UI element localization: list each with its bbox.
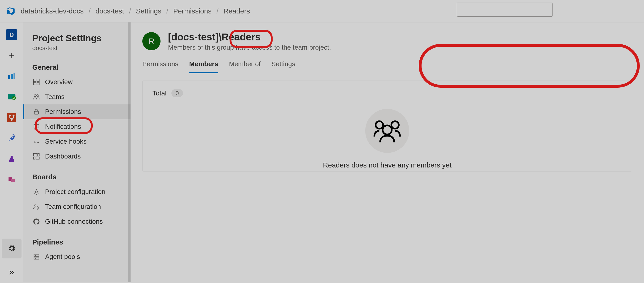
sidebar-item-label: Permissions: [45, 108, 81, 115]
rail-project-settings[interactable]: [2, 239, 22, 259]
rail-boards[interactable]: [3, 89, 20, 105]
breadcrumb-permissions[interactable]: Permissions: [172, 6, 212, 16]
rail-repos[interactable]: [3, 109, 20, 126]
top-bar: databricks-dev-docs / docs-test / Settin…: [0, 0, 644, 22]
sidebar-item-service-hooks[interactable]: Service hooks: [23, 134, 130, 149]
svg-point-8: [11, 119, 12, 121]
svg-rect-12: [34, 79, 36, 82]
group-title-prefix: [docs-test]\: [168, 31, 222, 42]
rail-add-button[interactable]: ＋: [3, 47, 20, 64]
svg-point-25: [37, 207, 38, 209]
group-empty-icon: [372, 118, 402, 143]
gear-small-icon: [33, 188, 40, 196]
svg-point-24: [34, 205, 36, 206]
team-gear-icon: [33, 203, 40, 211]
tab-settings[interactable]: Settings: [272, 58, 295, 73]
hook-icon: [33, 138, 40, 145]
svg-rect-0: [8, 75, 10, 79]
breadcrumb: databricks-dev-docs / docs-test / Settin…: [20, 6, 251, 16]
people-icon: [33, 93, 40, 101]
svg-rect-22: [36, 157, 39, 159]
svg-rect-20: [38, 154, 39, 156]
svg-point-6: [9, 115, 11, 116]
svg-rect-15: [37, 82, 40, 85]
svg-point-16: [34, 94, 36, 97]
project-initial-icon: D: [6, 29, 17, 40]
sidebar-item-permissions[interactable]: Permissions: [23, 104, 130, 119]
group-avatar: R: [142, 32, 160, 50]
sidebar-item-label: Dashboards: [45, 153, 81, 160]
sidebar-item-label: Project configuration: [45, 188, 106, 196]
breadcrumb-org[interactable]: databricks-dev-docs: [20, 6, 84, 16]
sidebar-item-label: Team configuration: [45, 203, 101, 211]
svg-rect-18: [34, 111, 38, 114]
dashboard-icon: [33, 153, 40, 160]
rail-project-tile[interactable]: D: [3, 26, 20, 43]
svg-point-17: [37, 94, 39, 97]
sidebar-item-teams[interactable]: Teams: [23, 89, 130, 104]
repos-icon: [7, 113, 16, 122]
sidebar-item-dashboards[interactable]: Dashboards: [23, 149, 130, 164]
sidebar-title: Project Settings: [23, 33, 130, 43]
tab-members[interactable]: Members: [189, 58, 218, 73]
breadcrumb-project[interactable]: docs-test: [94, 6, 125, 16]
breadcrumb-separator: /: [129, 7, 131, 15]
members-panel: Total 0 Readers does not have any member…: [142, 80, 632, 172]
breadcrumb-separator: /: [166, 7, 168, 15]
overview-icon: [7, 72, 16, 81]
azure-devops-logo-icon[interactable]: [6, 6, 16, 16]
boards-icon: [7, 92, 16, 101]
sidebar-item-team-config[interactable]: Team configuration: [23, 199, 130, 214]
svg-rect-1: [11, 74, 13, 79]
svg-point-30: [376, 121, 383, 129]
svg-point-29: [35, 258, 36, 259]
sidebar-section-general: General: [23, 60, 130, 75]
sidebar-section-boards: Boards: [23, 170, 130, 184]
svg-point-31: [392, 121, 399, 129]
rail-expand-toggle[interactable]: [2, 263, 22, 282]
github-icon: [33, 218, 40, 225]
global-search-input[interactable]: [457, 2, 553, 17]
sidebar-item-overview[interactable]: Overview: [23, 75, 130, 89]
sidebar-item-project-config[interactable]: Project configuration: [23, 184, 130, 199]
chevron-double-right-icon: [8, 269, 15, 277]
plus-icon: ＋: [7, 49, 16, 61]
sidebar-item-label: Overview: [45, 78, 73, 86]
svg-point-9: [12, 137, 13, 138]
svg-rect-19: [34, 154, 37, 156]
group-subtitle: Members of this group have access to the…: [168, 44, 331, 51]
sidebar-item-notifications[interactable]: Notifications: [23, 119, 130, 134]
lock-icon: [33, 108, 40, 115]
svg-point-28: [35, 255, 36, 256]
group-tabs: Permissions Members Member of Settings: [142, 58, 632, 73]
rail-pipelines[interactable]: [3, 130, 20, 146]
svg-point-23: [35, 191, 37, 193]
flask-icon: [7, 155, 16, 163]
gear-icon: [8, 244, 16, 253]
breadcrumb-settings[interactable]: Settings: [135, 6, 162, 16]
rail-artifacts[interactable]: [3, 171, 20, 188]
rail-testplans[interactable]: [3, 150, 20, 167]
breadcrumb-readers[interactable]: Readers: [223, 6, 251, 16]
sidebar-item-agent-pools[interactable]: Agent pools: [23, 250, 130, 264]
grid-icon: [33, 78, 40, 86]
tab-permissions[interactable]: Permissions: [142, 58, 178, 73]
sidebar-project-name: docs-test: [23, 43, 130, 60]
artifacts-icon: [7, 175, 16, 184]
rail-overview[interactable]: [3, 68, 20, 84]
sidebar-section-pipelines: Pipelines: [23, 235, 130, 250]
rocket-icon: [7, 133, 16, 143]
svg-rect-2: [14, 73, 15, 79]
total-label: Total: [152, 89, 166, 97]
breadcrumb-separator: /: [216, 7, 218, 15]
svg-rect-13: [37, 79, 40, 82]
svg-rect-14: [34, 82, 36, 85]
tab-member-of[interactable]: Member of: [229, 58, 260, 73]
settings-sidebar: Project Settings docs-test General Overv…: [23, 22, 131, 283]
sidebar-item-label: Agent pools: [45, 253, 80, 261]
sidebar-item-github-connections[interactable]: GitHub connections: [23, 214, 130, 229]
group-title: [docs-test]\Readers: [168, 31, 331, 43]
chat-icon: [33, 123, 40, 130]
svg-rect-11: [11, 179, 15, 182]
sidebar-item-label: Notifications: [45, 123, 81, 130]
